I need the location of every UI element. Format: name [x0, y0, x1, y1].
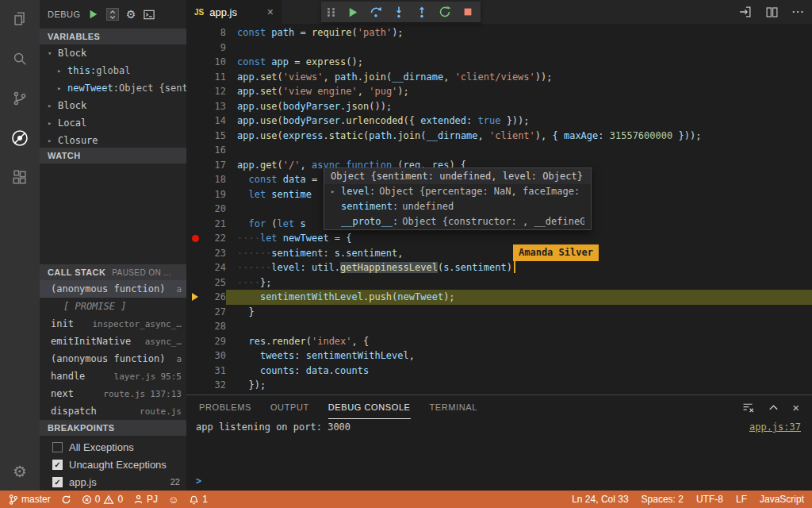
variable-row[interactable]: ▸newTweet: Object {sent… — [40, 79, 186, 97]
gutter[interactable] — [186, 172, 204, 187]
toolbar-drag-handle[interactable] — [327, 8, 336, 16]
javascript-file-icon: JS — [194, 8, 204, 17]
extensions-icon[interactable] — [10, 168, 29, 187]
debug-config-dropdown[interactable] — [106, 8, 119, 21]
search-icon[interactable] — [10, 49, 29, 68]
step-into-button[interactable] — [393, 6, 405, 18]
collapse-panel-icon[interactable] — [768, 402, 779, 414]
tooltip-property-row[interactable]: __proto__:Object {constructor: , __defin… — [324, 214, 591, 229]
problems-status[interactable]: 0 0 — [82, 494, 123, 505]
call-stack-frame[interactable]: nextroute.js137:13 — [40, 385, 186, 402]
indentation-status[interactable]: Spaces: 2 — [642, 494, 684, 505]
gutter[interactable] — [186, 25, 204, 40]
gutter[interactable] — [186, 348, 204, 364]
gutter[interactable] — [186, 99, 204, 114]
tooltip-property-row[interactable]: sentiment:undefined — [324, 199, 591, 214]
gutter[interactable] — [186, 364, 204, 379]
gutter[interactable] — [186, 70, 204, 85]
breakpoint-checkbox[interactable]: ✓ — [52, 460, 63, 470]
gutter[interactable] — [186, 84, 204, 99]
gutter[interactable] — [186, 334, 204, 349]
breakpoint-checkbox[interactable]: ✓ — [52, 477, 63, 487]
call-stack-frame[interactable]: (anonymous function)a — [40, 280, 186, 298]
eol-status[interactable]: LF — [736, 494, 747, 505]
call-stack-frame[interactable]: handlelayer.js95:5 — [40, 368, 186, 385]
notifications-bell[interactable]: 1 — [189, 494, 208, 505]
gutter[interactable] — [186, 275, 204, 291]
split-editor-icon[interactable] — [765, 6, 779, 19]
gutter[interactable] — [186, 290, 204, 305]
gutter[interactable] — [186, 305, 204, 320]
tab-close-icon[interactable]: × — [267, 6, 274, 18]
panel-tab-terminal[interactable]: TERMINAL — [430, 395, 477, 419]
call-stack-frame[interactable]: emitInitNativeasync_… — [40, 333, 186, 350]
explorer-icon[interactable] — [10, 10, 29, 29]
debug-console-input[interactable]: > — [186, 471, 812, 491]
panel-tab-problems[interactable]: PROBLEMS — [199, 395, 251, 419]
gutter[interactable] — [186, 129, 204, 144]
tooltip-header: Object {sentiment: undefined, level: Obj… — [324, 168, 591, 184]
console-source-link[interactable]: app.js:37 — [749, 421, 801, 433]
gutter[interactable] — [186, 187, 204, 202]
configure-gear-icon[interactable]: ⚙ — [126, 9, 136, 21]
breakpoint-checkbox[interactable] — [52, 442, 63, 452]
code-text: ······level: util.getHappinessLevel(s.se… — [226, 260, 812, 275]
source-control-icon[interactable] — [10, 89, 29, 108]
variable-row[interactable]: ▸Local — [40, 114, 186, 132]
variable-row[interactable]: ▾Block — [40, 44, 186, 62]
clear-console-icon[interactable] — [741, 401, 755, 414]
gutter[interactable] — [186, 202, 204, 217]
tooltip-property-row[interactable]: ▸level:Object {percentage: NaN, faceImag… — [324, 184, 591, 199]
variables-section-header[interactable]: VARIABLES — [40, 29, 186, 44]
close-panel-icon[interactable]: × — [792, 402, 799, 414]
step-out-button[interactable] — [416, 6, 428, 18]
breakpoint-item[interactable]: ✓app.js22 — [40, 473, 186, 491]
gutter[interactable] — [186, 319, 204, 334]
sync-button[interactable] — [61, 495, 71, 505]
call-stack-frame[interactable]: [ PROMISE ] — [40, 298, 186, 315]
variable-row[interactable]: ▸Block — [40, 97, 186, 114]
open-changes-icon[interactable] — [738, 5, 753, 19]
debug-console-toggle-icon[interactable] — [143, 9, 155, 21]
panel-tab-debug-console[interactable]: DEBUG CONSOLE — [328, 395, 411, 419]
feedback-smiley-icon[interactable]: ☺ — [168, 495, 178, 505]
breakpoints-section-header[interactable]: BREAKPOINTS — [40, 420, 186, 436]
language-mode-status[interactable]: JavaScript — [760, 494, 804, 505]
more-actions-icon[interactable]: ⋯ — [791, 6, 804, 18]
step-over-button[interactable] — [370, 6, 382, 18]
continue-button[interactable] — [347, 6, 359, 18]
tab-appjs[interactable]: JS app.js × — [186, 0, 282, 24]
call-stack-frame[interactable]: (anonymous function)a — [40, 350, 186, 368]
gutter[interactable] — [186, 55, 204, 70]
breakpoint-item[interactable]: ✓Uncaught Exceptions — [40, 456, 186, 473]
cursor-position-status[interactable]: Ln 24, Col 33 — [572, 494, 628, 505]
panel-tab-output[interactable]: OUTPUT — [270, 395, 309, 419]
gutter[interactable] — [186, 114, 204, 129]
breakpoint-item[interactable]: All Exceptions — [40, 438, 186, 456]
gutter[interactable] — [186, 40, 204, 56]
watch-section-header[interactable]: WATCH — [40, 148, 186, 164]
stop-button[interactable] — [462, 6, 474, 18]
encoding-status[interactable]: UTF-8 — [696, 494, 723, 505]
breakpoint-dot[interactable] — [192, 235, 199, 242]
call-stack-section-header[interactable]: CALL STACK PAUSED ON ... — [40, 264, 186, 280]
gutter[interactable] — [186, 158, 204, 173]
call-stack-frame[interactable]: dispatchroute.js — [40, 402, 186, 420]
call-stack-frame[interactable]: initinspector_async_… — [40, 315, 186, 333]
prompt-chevron-icon: > — [196, 475, 201, 487]
live-share-status[interactable]: PJ — [133, 494, 158, 505]
code-editor[interactable]: 8const path = require('path');910const a… — [186, 24, 812, 394]
variable-row[interactable]: ▸Closure — [40, 132, 186, 148]
gutter[interactable] — [186, 260, 204, 275]
git-branch-status[interactable]: master — [8, 494, 51, 506]
debug-icon[interactable] — [10, 129, 29, 148]
restart-button[interactable] — [439, 6, 451, 18]
variable-row[interactable]: ▸this: global — [40, 62, 186, 79]
gutter[interactable] — [186, 246, 204, 261]
settings-gear-icon[interactable]: ⚙ — [10, 462, 29, 481]
gutter[interactable] — [186, 143, 204, 158]
gutter[interactable] — [186, 217, 204, 232]
gutter[interactable] — [186, 378, 204, 393]
start-debug-button[interactable] — [88, 9, 99, 20]
gutter[interactable] — [186, 231, 204, 246]
